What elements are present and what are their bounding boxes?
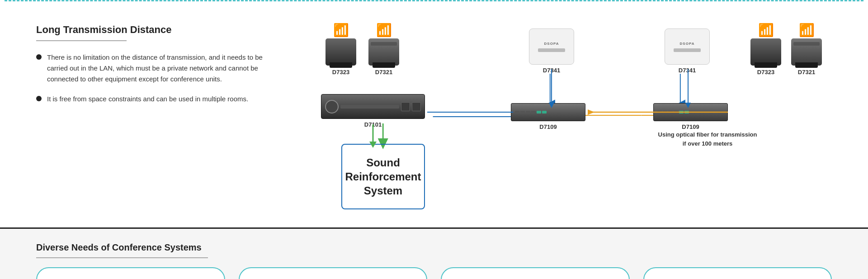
device-d7101: D7101 — [321, 94, 425, 128]
wifi-icon-d7323-2: 📶 — [758, 24, 774, 37]
label-d7341-1: D7341 — [543, 67, 560, 74]
network-diagram: 📶 D7323 📶 D7321 — [298, 15, 841, 214]
card-3[interactable] — [441, 267, 630, 279]
device-d7341-2: DSOPA D7341 — [665, 28, 710, 74]
bottom-section: Diverse Needs of Conference Systems — [0, 227, 868, 279]
main-section: Long Transmission Distance There is no l… — [0, 1, 868, 227]
optical-fiber-note: Using optical fiber for transmission if … — [656, 130, 760, 148]
wifi-icon-d7321-2: 📶 — [799, 24, 815, 37]
bullet-dot-1 — [36, 54, 42, 60]
bottom-title: Diverse Needs of Conference Systems — [36, 242, 832, 253]
sound-reinforcement-box: Sound Reinforcement System — [341, 144, 425, 209]
device-d7321-2: 📶 D7321 — [791, 24, 822, 76]
card-2[interactable] — [239, 267, 428, 279]
wifi-icon-d7321-1: 📶 — [376, 24, 392, 37]
cards-row — [36, 267, 832, 279]
device-d7341-1: DSOPA D7341 — [529, 28, 574, 74]
card-4[interactable] — [643, 267, 832, 279]
label-d7323-2: D7323 — [757, 69, 774, 76]
label-d7109-1: D7109 — [539, 123, 557, 130]
card-1[interactable] — [36, 267, 225, 279]
sound-box-text: Sound Reinforcement System — [345, 156, 421, 198]
label-d7321-1: D7321 — [375, 69, 392, 76]
label-d7321-2: D7321 — [798, 69, 815, 76]
device-d7321-1: 📶 D7321 — [368, 24, 399, 76]
label-d7109-2: D7109 — [682, 123, 699, 130]
bullet-text-1: There is no limitation on the distance o… — [47, 52, 280, 85]
device-d7323-1: 📶 D7323 — [326, 24, 356, 76]
right-panel: 📶 D7323 📶 D7321 — [298, 15, 841, 214]
device-d7323-2: 📶 D7323 — [750, 24, 781, 76]
section-title: Long Transmission Distance — [36, 24, 280, 36]
left-panel: Long Transmission Distance There is no l… — [36, 15, 298, 214]
label-d7341-2: D7341 — [679, 67, 696, 74]
bottom-underline — [36, 257, 208, 258]
wifi-icon-d7323-1: 📶 — [333, 24, 349, 37]
bullet-dot-2 — [36, 96, 42, 101]
bullet-text-2: It is free from space constraints and ca… — [47, 94, 248, 104]
title-underline — [36, 40, 127, 41]
device-d7109-1: D7109 — [511, 103, 585, 130]
label-d7101: D7101 — [364, 121, 382, 128]
bullet-item-2: It is free from space constraints and ca… — [36, 94, 280, 104]
bullet-item-1: There is no limitation on the distance o… — [36, 52, 280, 85]
label-d7323-1: D7323 — [332, 69, 349, 76]
svg-marker-8 — [588, 109, 594, 115]
device-d7109-2: D7109 — [653, 103, 728, 130]
